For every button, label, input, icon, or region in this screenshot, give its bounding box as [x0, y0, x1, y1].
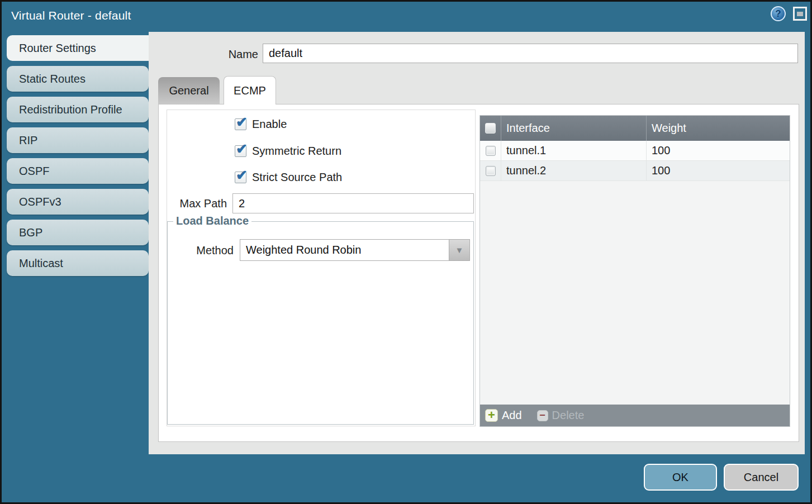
cancel-button[interactable]: Cancel	[724, 464, 799, 491]
interface-cell: tunnel.2	[501, 161, 647, 180]
strict-source-path-checkbox[interactable]: ✔	[235, 172, 246, 183]
table-footer: + Add − Delete	[480, 405, 790, 426]
sidebar-item-ospfv3[interactable]: OSPFv3	[7, 189, 149, 215]
enable-checkbox[interactable]: ✔	[235, 118, 246, 130]
weight-cell: 100	[647, 141, 790, 160]
enable-label: Enable	[252, 118, 287, 131]
load-balance-legend: Load Balance	[173, 215, 251, 227]
sidebar-item-static-routes[interactable]: Static Routes	[7, 66, 149, 92]
table-row[interactable]: tunnel.1 100	[480, 141, 790, 161]
minus-glyph: −	[539, 410, 545, 421]
max-path-input[interactable]	[232, 193, 474, 213]
chevron-down-icon[interactable]: ▼	[449, 240, 469, 260]
help-glyph: ?	[775, 8, 781, 20]
name-input[interactable]	[263, 44, 798, 63]
add-button-label: Add	[502, 409, 522, 422]
strict-source-path-checkbox-row: ✔ Strict Source Path	[235, 170, 342, 184]
row-checkbox[interactable]	[486, 166, 496, 176]
dropdown-glyph: ▼	[455, 245, 464, 255]
row-checkbox[interactable]	[486, 146, 496, 156]
row-checkbox-cell	[480, 141, 501, 160]
ecmp-settings-group: ✔ Enable ✔ Symmetric Return ✔ Strict Sou…	[167, 110, 476, 426]
max-path-label: Max Path	[167, 197, 227, 210]
sidebar-item-rip[interactable]: RIP	[7, 127, 149, 153]
sidebar-item-router-settings[interactable]: Router Settings	[7, 35, 151, 61]
table-header: Interface Weight	[480, 116, 790, 141]
interface-cell: tunnel.1	[501, 141, 647, 160]
interface-weight-table: Interface Weight tunnel.1 100 tunnel.2 1…	[479, 115, 790, 427]
row-checkbox-cell	[480, 161, 501, 180]
load-balance-group: Load Balance Method Weighted Round Robin…	[167, 221, 474, 425]
select-all-cell	[480, 116, 501, 141]
ok-button[interactable]: OK	[644, 464, 717, 491]
plus-icon: +	[485, 409, 498, 422]
table-empty-area	[480, 181, 790, 405]
window-restore-glyph	[797, 12, 803, 16]
delete-button-label: Delete	[552, 409, 585, 422]
checkmark-icon: ✔	[236, 167, 248, 183]
virtual-router-dialog: Virtual Router - default ? Router Settin…	[0, 0, 812, 504]
symmetric-return-checkbox-row: ✔ Symmetric Return	[235, 144, 341, 158]
method-label: Method	[168, 244, 234, 257]
method-select[interactable]: Weighted Round Robin ▼	[240, 239, 470, 261]
sidebar-item-bgp[interactable]: BGP	[7, 220, 149, 245]
method-selected-value: Weighted Round Robin	[246, 240, 361, 260]
strict-source-path-label: Strict Source Path	[252, 171, 342, 184]
minus-icon: −	[537, 410, 548, 421]
delete-button[interactable]: − Delete	[537, 409, 585, 422]
sidebar-item-redistribution-profile[interactable]: Redistribution Profile	[7, 97, 149, 122]
dialog-title: Virtual Router - default	[11, 9, 131, 22]
checkmark-icon: ✔	[236, 114, 248, 130]
select-all-checkbox[interactable]	[485, 123, 496, 134]
checkmark-icon: ✔	[236, 141, 248, 157]
symmetric-return-label: Symmetric Return	[252, 145, 341, 158]
enable-checkbox-row: ✔ Enable	[235, 117, 287, 131]
interface-column-header[interactable]: Interface	[501, 116, 647, 141]
add-button[interactable]: + Add	[485, 409, 522, 422]
weight-cell: 100	[647, 161, 790, 180]
tab-general[interactable]: General	[158, 77, 220, 104]
ecmp-tab-panel: ✔ Enable ✔ Symmetric Return ✔ Strict Sou…	[158, 104, 799, 442]
weight-column-header[interactable]: Weight	[647, 116, 790, 141]
help-icon[interactable]: ?	[771, 6, 786, 21]
tab-ecmp[interactable]: ECMP	[224, 76, 276, 104]
sidebar-item-multicast[interactable]: Multicast	[7, 250, 149, 276]
plus-glyph: +	[488, 408, 495, 422]
symmetric-return-checkbox[interactable]: ✔	[235, 145, 246, 157]
table-row[interactable]: tunnel.2 100	[480, 161, 790, 181]
sidebar: Router Settings Static Routes Redistribu…	[7, 35, 151, 281]
content-panel: Name General ECMP ✔ Enable ✔ Symmetric R…	[149, 32, 805, 454]
sidebar-item-ospf[interactable]: OSPF	[7, 158, 149, 184]
window-restore-icon[interactable]	[793, 7, 807, 21]
name-label: Name	[213, 48, 258, 61]
